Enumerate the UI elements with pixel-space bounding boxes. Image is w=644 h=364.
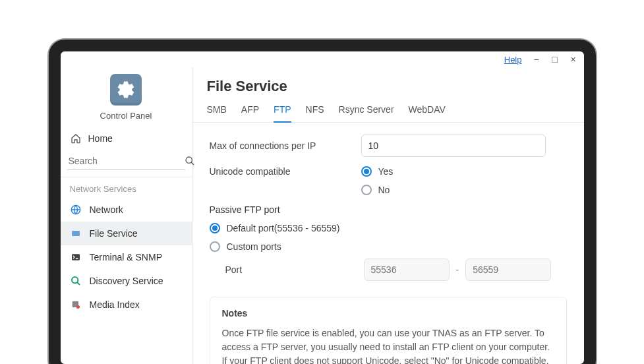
window: Help − □ × Control Panel xyxy=(61,51,584,364)
svg-point-5 xyxy=(72,277,78,283)
tab-rsync-server[interactable]: Rsync Server xyxy=(339,104,394,122)
tab-smb[interactable]: SMB xyxy=(207,104,227,122)
device-frame: Help − □ × Control Panel xyxy=(49,40,596,364)
control-panel-label: Control Panel xyxy=(100,111,152,121)
sidebar-item-terminal-snmp[interactable]: Terminal & SNMP xyxy=(61,245,192,269)
radio-icon xyxy=(361,166,372,177)
sidebar-item-label: Media Index xyxy=(90,299,140,310)
content-panel: Max of connections per IP Unicode compat… xyxy=(192,123,584,364)
home-label: Home xyxy=(88,133,113,144)
radio-label: Default port(55536 - 56559) xyxy=(227,223,340,233)
sidebar-item-media-index[interactable]: Media Index xyxy=(61,293,192,317)
radio-label: Yes xyxy=(378,166,394,177)
passive-default-radio[interactable]: Default port(55536 - 56559) xyxy=(210,223,567,233)
sidebar: Control Panel Home xyxy=(61,67,192,364)
notes-card: Notes Once FTP file service is enabled, … xyxy=(210,297,567,364)
passive-ftp-title: Passive FTP port xyxy=(210,204,567,215)
tab-afp[interactable]: AFP xyxy=(241,104,259,122)
notes-body: Once FTP file service is enabled, you ca… xyxy=(222,326,554,364)
radio-icon xyxy=(210,223,220,233)
magnifier-icon xyxy=(70,275,82,287)
svg-rect-3 xyxy=(72,231,80,236)
close-button[interactable]: × xyxy=(570,54,577,65)
share-icon xyxy=(70,228,82,239)
tab-ftp[interactable]: FTP xyxy=(274,104,291,123)
home-icon xyxy=(70,133,82,144)
sidebar-item-label: Discovery Service xyxy=(90,276,163,286)
minimize-button[interactable]: − xyxy=(533,54,541,65)
help-link[interactable]: Help xyxy=(504,55,522,65)
radio-icon xyxy=(361,185,372,195)
radio-label: No xyxy=(378,185,390,195)
port-label: Port xyxy=(225,264,357,275)
port-range-dash: - xyxy=(456,264,459,275)
radio-label: Custom ports xyxy=(227,241,281,252)
sidebar-item-network[interactable]: Network xyxy=(61,198,192,222)
radio-icon xyxy=(210,241,220,252)
section-label: Network Services xyxy=(61,177,192,198)
svg-rect-4 xyxy=(72,254,80,260)
page-title: File Service xyxy=(207,78,570,95)
gear-icon xyxy=(110,74,142,106)
svg-point-8 xyxy=(76,305,79,309)
port-end-input xyxy=(465,258,551,281)
tab-webdav[interactable]: WebDAV xyxy=(409,104,446,122)
max-connections-input[interactable] xyxy=(361,135,546,157)
tab-nfs[interactable]: NFS xyxy=(306,104,324,122)
media-icon xyxy=(70,299,82,311)
port-start-input xyxy=(364,258,450,281)
globe-icon xyxy=(70,204,82,216)
sidebar-item-file-service[interactable]: File Service xyxy=(61,222,192,245)
titlebar: Help − □ × xyxy=(61,51,584,67)
svg-line-6 xyxy=(77,282,80,285)
maximize-button[interactable]: □ xyxy=(551,54,559,65)
sidebar-home[interactable]: Home xyxy=(61,127,192,150)
tabs: SMB AFP FTP NFS Rsync Server WebDAV xyxy=(192,95,584,123)
control-panel-header: Control Panel xyxy=(61,70,192,127)
unicode-yes-radio[interactable]: Yes xyxy=(361,166,394,177)
main: File Service SMB AFP FTP NFS Rsync Serve… xyxy=(192,67,584,364)
notes-title: Notes xyxy=(222,308,554,318)
sidebar-item-label: Terminal & SNMP xyxy=(90,252,162,262)
search-input[interactable] xyxy=(69,156,184,166)
sidebar-item-label: Network xyxy=(90,204,123,215)
terminal-icon xyxy=(70,251,82,263)
sidebar-item-label: File Service xyxy=(90,228,138,239)
unicode-no-radio[interactable]: No xyxy=(361,185,394,195)
passive-custom-radio[interactable]: Custom ports xyxy=(210,241,567,252)
svg-point-0 xyxy=(186,157,192,163)
search-row xyxy=(61,150,192,177)
unicode-label: Unicode compatible xyxy=(210,166,348,177)
max-connections-label: Max of connections per IP xyxy=(210,140,348,151)
sidebar-item-discovery-service[interactable]: Discovery Service xyxy=(61,269,192,293)
